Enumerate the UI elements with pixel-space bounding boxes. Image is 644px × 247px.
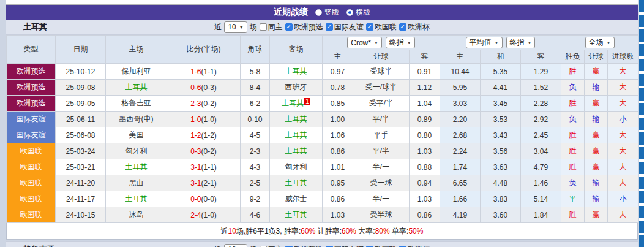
col-header-corners: 角球 (241, 36, 270, 64)
league-filter[interactable]: ✓欧洲杯 (399, 22, 430, 32)
unit-label: 场 (250, 22, 257, 32)
away-team: 土耳其 (270, 175, 323, 191)
match-type-badge: 欧国联 (7, 175, 56, 191)
match-date: 25-09-05 (56, 96, 106, 112)
match-score: 0-3(0-2) (167, 143, 241, 159)
near-label: 近 (214, 22, 222, 32)
col-header-odds-home: 主 (323, 50, 353, 64)
league-label: 欧洲预选 (294, 22, 323, 32)
match-type-badge: 欧国联 (7, 159, 56, 175)
away-team: 土耳其 (270, 112, 323, 127)
avg-draw: 3.56 (481, 143, 521, 159)
checkbox-checked-icon[interactable]: ✓ (285, 23, 293, 31)
top-strip (6, 0, 638, 5)
avg-away: 5.14 (521, 191, 561, 207)
match-row: 国际友谊25-06-11墨西哥(中)1-0(1-0)0-10土耳其1.00平/半… (7, 112, 638, 127)
scope-select[interactable]: 全场▼ (585, 37, 615, 48)
same-host-filter[interactable]: 同主 (260, 245, 283, 247)
avg-home: 2.68 (440, 127, 481, 143)
match-row: 欧国联25-03-21土耳其3-1(1-1)4-3匈牙利1.01半/一0.881… (7, 159, 638, 175)
avg-draw: 4.41 (481, 80, 521, 96)
chevron-down-icon: ▼ (374, 40, 378, 45)
avg-draw: 3.53 (481, 112, 521, 127)
corner-count: 9-2 (241, 191, 270, 207)
result-goals: 小 (608, 191, 638, 207)
match-type-badge: 国际友谊 (7, 112, 56, 127)
home-team: 冰岛 (106, 207, 167, 223)
checkbox-checked-icon[interactable]: ✓ (326, 23, 333, 31)
avg-away: 2.45 (521, 127, 561, 143)
avg-away: 1.52 (521, 80, 561, 96)
result-handicap: 输 (585, 191, 608, 207)
avg-draw: 3.83 (481, 191, 521, 207)
chevron-down-icon: ▼ (407, 40, 411, 45)
match-date: 25-06-11 (56, 112, 106, 127)
avg-home: 2.20 (440, 112, 481, 127)
view-option-label: 竖版 (324, 7, 339, 18)
checkbox-checked-icon[interactable]: ✓ (399, 23, 406, 31)
col-header-date: 日期 (56, 36, 106, 64)
avg-source-select[interactable]: 平均值▼ (466, 37, 503, 48)
same-host-filter[interactable]: 同主 (260, 22, 283, 32)
league-label: 国际友谊 (334, 22, 364, 32)
match-type-badge: 欧洲预选 (7, 80, 56, 96)
league-filter[interactable]: ✓国际友谊 (326, 245, 364, 247)
match-type-badge: 国际友谊 (7, 127, 56, 143)
match-history-table: 类型 日期 主场 比分(半场) 角球 客场 Crow*▼ 终指▼ 平均值▼ 终指… (6, 35, 638, 223)
corner-count: 2-5 (241, 175, 270, 191)
odds-source-select[interactable]: Crow*▼ (347, 37, 382, 48)
result-goals: 大 (608, 175, 638, 191)
league-filters: ✓欧洲预选✓国际友谊✓欧国联✓欧洲杯 (285, 245, 430, 247)
league-filter[interactable]: ✓欧国联 (366, 22, 397, 32)
col-header-goals-result: 进球数 (608, 50, 638, 64)
odds-away: 1.12 (410, 80, 440, 96)
summary-plain: 让胜率: (315, 227, 342, 235)
view-option-vertical[interactable]: 竖版 (315, 7, 339, 18)
result-handicap: 赢 (585, 96, 608, 112)
summary-highlight: 60% (301, 227, 315, 235)
away-team: 土耳其1 (270, 96, 323, 112)
unit-label: 场 (250, 245, 257, 247)
league-filter[interactable]: ✓国际友谊 (326, 22, 364, 32)
checkbox-checked-icon[interactable]: ✓ (366, 23, 373, 31)
avg-home: 1.66 (440, 191, 481, 207)
odds-time-select[interactable]: 终指▼ (386, 37, 415, 48)
away-team: 匈牙利 (270, 159, 323, 175)
match-date: 25-03-24 (56, 143, 106, 159)
col-header-avg-home: 主 (440, 50, 481, 64)
chevron-down-icon: ▼ (528, 40, 532, 45)
odds-handicap: 受半球 (353, 207, 410, 223)
match-score: 1-2(1-2) (167, 127, 241, 143)
match-count-select[interactable]: 10▼ (224, 244, 247, 247)
home-team: 美国 (106, 127, 167, 143)
odds-handicap: 受平/半 (353, 96, 410, 112)
radio-selected-icon[interactable] (346, 9, 353, 16)
avg-away: 1.84 (521, 207, 561, 223)
odds-away: 1.03 (410, 191, 440, 207)
match-type-badge: 欧国联 (7, 143, 56, 159)
view-option-horizontal[interactable]: 横版 (346, 7, 370, 18)
radio-unselected-icon[interactable] (315, 9, 322, 16)
match-count-select[interactable]: 10▼ (224, 21, 247, 33)
result-goals: 大 (608, 159, 638, 175)
league-filter[interactable]: ✓欧洲预选 (285, 22, 323, 32)
avg-time-select[interactable]: 终指▼ (506, 37, 536, 48)
league-filter[interactable]: ✓欧洲杯 (399, 245, 430, 247)
match-type-badge: 欧国联 (7, 207, 56, 223)
result-outcome: 负 (561, 80, 585, 96)
checkbox-unchecked-icon[interactable] (260, 23, 267, 31)
match-date: 25-09-08 (56, 80, 106, 96)
team-name: 土耳其 (23, 21, 47, 32)
avg-away: 1.29 (521, 64, 561, 80)
avg-draw: 5.35 (481, 64, 521, 80)
match-score: 3-1(1-1) (167, 159, 241, 175)
match-row: 欧国联25-03-24匈牙利0-3(0-2)2-3土耳其0.86平/半1.032… (7, 143, 638, 159)
odds-home: 0.78 (323, 80, 353, 96)
league-filter[interactable]: ✓欧洲预选 (285, 245, 323, 247)
league-filter[interactable]: ✓欧国联 (366, 245, 397, 247)
summary-plain: 场,胜6平1负3, 胜率: (236, 227, 301, 235)
away-team: 土耳其 (270, 64, 323, 80)
result-goals: 大 (608, 80, 638, 96)
result-outcome: 胜 (561, 159, 585, 175)
home-team: 黑山 (106, 175, 167, 191)
